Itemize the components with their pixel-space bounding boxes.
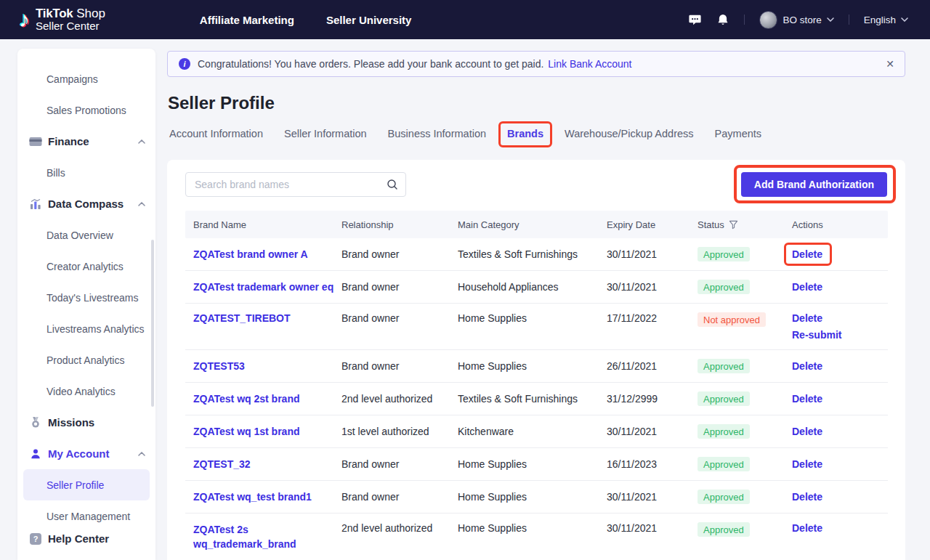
divider [849,15,849,25]
tab-label: Brands [507,128,543,139]
sidebar-item-help-center[interactable]: ? Help Center [17,523,155,554]
expiry-cell: 30/11/2021 [607,491,698,503]
navbar-links: Affiliate Marketing Seller University [200,14,412,26]
brand-name-link[interactable]: ZQATEST_TIREBOT [193,312,291,324]
sidebar-item-label: Data Compass [48,198,124,210]
sidebar-scrollbar[interactable] [151,240,154,407]
link-bank-account-link[interactable]: Link Bank Account [548,58,631,70]
delete-action[interactable]: Delete [792,522,822,534]
relationship-cell: Brand owner [341,312,458,324]
brand-name-link[interactable]: ZQATest trademark owner eq [193,281,333,293]
delete-action[interactable]: Delete [792,458,822,470]
tab-seller-information[interactable]: Seller Information [283,125,368,148]
table-row: ZQATEST_TIREBOT Brand owner Home Supplie… [185,304,888,350]
expiry-cell: 30/11/2021 [607,248,698,260]
resubmit-action[interactable]: Re-submit [792,329,841,341]
sidebar-item-label: Bills [46,167,65,179]
chevron-down-icon [827,17,834,22]
bar-chart-icon [29,198,42,210]
nav-link-seller-university[interactable]: Seller University [326,14,412,26]
sidebar-item-data-compass[interactable]: Data Compass [17,188,155,219]
delete-action[interactable]: Delete [792,426,822,437]
bell-icon[interactable] [716,13,729,27]
close-icon[interactable]: ✕ [886,59,894,69]
relationship-cell: Brand owner [341,360,458,372]
sidebar-item-creator-analytics[interactable]: Creator Analytics [17,251,155,282]
sidebar-item-seller-profile[interactable]: Seller Profile [23,469,150,500]
sidebar-item-my-account[interactable]: My Account [17,438,155,469]
tab-label: Warehouse/Pickup Address [565,128,694,139]
category-cell: Home Supplies [458,458,607,470]
sidebar-item-finance[interactable]: Finance [17,126,155,157]
brand-name-link[interactable]: ZQATest wq 2st brand [193,393,300,405]
question-mark-icon: ? [29,533,42,545]
chat-icon[interactable] [688,13,702,27]
tab-brands[interactable]: Brands [506,125,545,148]
add-brand-authorization-button[interactable]: Add Brand Authorization [741,172,887,197]
table-row: ZQTEST53 Brand owner Home Supplies 26/11… [185,350,888,383]
delete-action[interactable]: Delete [792,281,822,293]
sidebar-item-label: Missions [48,416,94,429]
divider [744,15,745,25]
category-cell: Home Supplies [458,312,607,324]
tab-payments[interactable]: Payments [713,125,763,148]
sidebar-item-missions[interactable]: Missions [17,407,155,438]
expiry-cell: 16/11/2023 [607,458,698,470]
sidebar-item-bills[interactable]: Bills [17,157,155,188]
tab-label: Account Information [169,128,263,139]
brand-name-link[interactable]: ZQATest brand owner A [193,248,308,260]
store-switcher[interactable]: BO store [759,11,833,29]
language-selector[interactable]: English [864,15,908,25]
sidebar-item-data-overview[interactable]: Data Overview [17,219,155,251]
sidebar-item-label: Product Analytics [46,354,124,366]
brand-name-link[interactable]: ZQATest wq_test brand1 [193,491,312,503]
category-cell: Textiles & Soft Furnishings [458,393,607,405]
brand-name-link[interactable]: ZQATest 2s wq_trademark_brand [193,522,304,552]
sidebar-item-label: Livestreams Analytics [46,323,145,335]
navbar-right: BO store English [688,11,908,29]
sidebar-item-campaigns[interactable]: Campaigns [17,63,155,94]
category-cell: Kitchenware [458,426,607,437]
delete-action[interactable]: Delete [792,360,822,372]
tiktok-shop-logo[interactable]: ♪ TikTok Shop Seller Center [19,7,105,32]
brand-name-link[interactable]: ZQATest wq 1st brand [193,426,300,437]
table-row: ZQATest wq_test brand1 Brand owner Home … [185,481,888,514]
chevron-up-icon [138,452,145,456]
brand-name-link[interactable]: ZQTEST53 [193,360,245,372]
search-input[interactable] [185,172,406,197]
tab-account-information[interactable]: Account Information [168,125,264,148]
sidebar-item-todays-livestreams[interactable]: Today's Livestreams [17,282,155,313]
relationship-cell: 2nd level authorized [341,522,458,534]
status-filter-icon[interactable] [729,220,738,230]
active-tab-underline [514,145,537,147]
sidebar-item-label: Data Overview [46,230,113,241]
brands-toolbar: Add Brand Authorization [185,172,887,197]
chevron-up-icon [138,202,145,206]
tab-warehouse-pickup-address[interactable]: Warehouse/Pickup Address [563,125,695,148]
category-cell: Home Supplies [458,360,607,372]
table-row: ZQTEST_32 Brand owner Home Supplies 16/1… [185,448,888,481]
info-icon: i [179,58,190,70]
tab-business-information[interactable]: Business Information [387,125,488,148]
sidebar-item-product-analytics[interactable]: Product Analytics [17,344,155,376]
sidebar-item-label: Creator Analytics [46,261,124,272]
logo-text: TikTok Shop Seller Center [36,7,105,32]
delete-action[interactable]: Delete [792,248,822,260]
search-icon[interactable] [387,179,398,190]
sidebar-item-video-analytics[interactable]: Video Analytics [17,376,155,407]
column-header-expiry-date: Expiry Date [607,219,698,230]
sidebar-item-label: Video Analytics [46,386,116,397]
brand-name-link[interactable]: ZQTEST_32 [193,458,251,470]
delete-action[interactable]: Delete [792,491,822,503]
delete-action[interactable]: Delete [792,393,822,405]
status-badge: Approved [698,280,750,294]
nav-link-affiliate-marketing[interactable]: Affiliate Marketing [200,14,294,26]
status-badge: Approved [698,391,750,406]
sidebar-item-livestreams-analytics[interactable]: Livestreams Analytics [17,313,155,344]
sidebar-item-sales-promotions[interactable]: Sales Promotions [17,94,155,126]
delete-action[interactable]: Delete [792,312,822,324]
language-label: English [864,15,896,25]
table-row: ZQATest brand owner A Brand owner Textil… [185,238,888,271]
chevron-up-icon [138,139,145,144]
sidebar-item-label: Seller Profile [46,479,104,491]
